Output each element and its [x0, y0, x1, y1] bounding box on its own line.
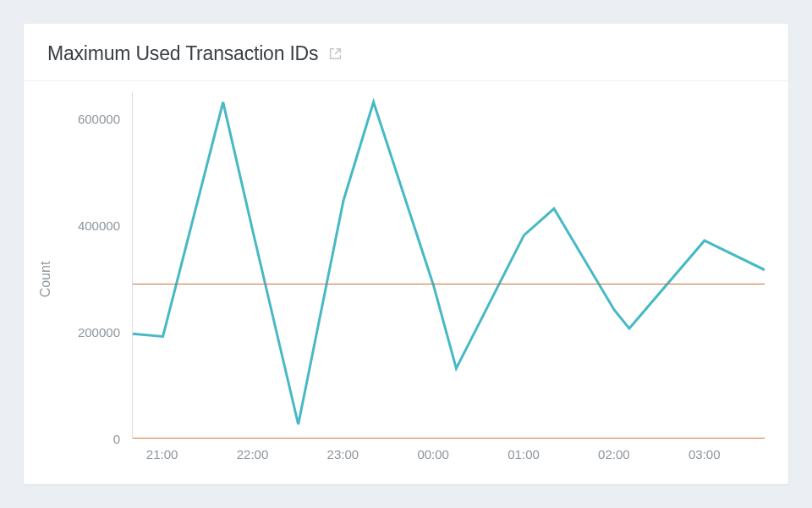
- y-axis-label: Count: [38, 262, 53, 298]
- x-tick-label: 00:00: [417, 447, 449, 461]
- card-title: Maximum Used Transaction IDs: [47, 42, 318, 65]
- card-header: Maximum Used Transaction IDs: [24, 24, 788, 81]
- x-axis-ticks: 21:0022:0023:0000:0001:0002:0003:00: [132, 439, 765, 467]
- reference-line: [133, 284, 765, 284]
- card-body: Count 0200000400000600000 21:0022:0023:0…: [24, 81, 788, 484]
- x-tick-label: 22:00: [237, 447, 269, 461]
- x-tick-label: 21:00: [146, 447, 178, 461]
- y-tick-label: 200000: [78, 324, 120, 339]
- chart-card: Maximum Used Transaction IDs Count 02000…: [24, 24, 788, 484]
- x-tick-label: 01:00: [508, 447, 540, 461]
- y-tick-label: 600000: [78, 111, 120, 125]
- line-series-svg: [133, 91, 765, 438]
- y-axis-title: Count: [34, 91, 58, 467]
- plot-inner: [132, 91, 765, 439]
- y-tick-label: 400000: [78, 218, 120, 232]
- chart-area: 0200000400000600000 21:0022:0023:0000:00…: [58, 91, 765, 467]
- y-axis-ticks: 0200000400000600000: [58, 91, 127, 439]
- x-tick-label: 03:00: [689, 447, 721, 461]
- x-tick-label: 02:00: [598, 447, 630, 461]
- x-tick-label: 23:00: [327, 447, 359, 461]
- plot-area: 0200000400000600000: [58, 91, 765, 439]
- y-tick-label: 0: [113, 432, 120, 446]
- popout-icon[interactable]: [328, 47, 343, 61]
- chart: Count 0200000400000600000 21:0022:0023:0…: [34, 91, 765, 467]
- series-line: [133, 102, 765, 425]
